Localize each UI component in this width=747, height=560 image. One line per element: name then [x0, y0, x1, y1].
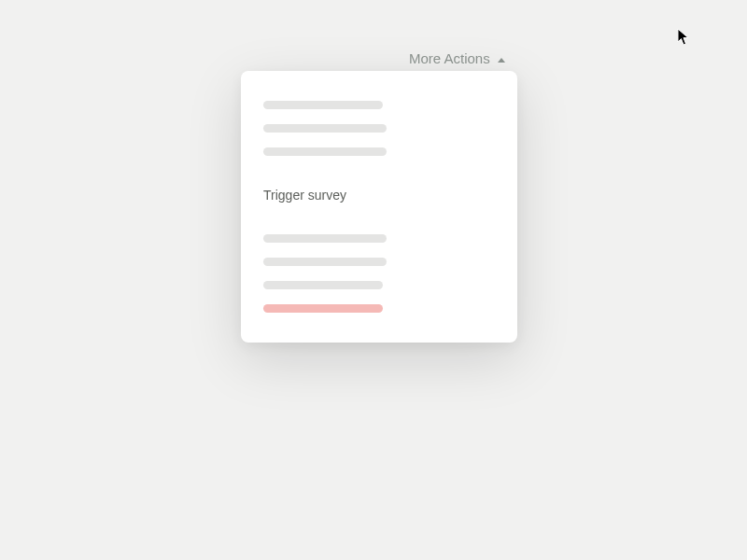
menu-item-placeholder[interactable]: [241, 140, 517, 163]
placeholder-icon: [263, 124, 387, 133]
menu-item-label: Trigger survey: [263, 188, 346, 203]
menu-item-placeholder[interactable]: [241, 227, 517, 250]
more-actions-menu: Trigger survey: [241, 71, 517, 343]
cursor-icon: [677, 28, 690, 47]
caret-up-icon: [498, 58, 505, 63]
placeholder-icon: [263, 304, 383, 313]
menu-group: [241, 221, 517, 326]
menu-group: Trigger survey: [241, 175, 517, 216]
placeholder-icon: [263, 101, 383, 109]
menu-group: [241, 88, 517, 169]
menu-item-placeholder[interactable]: [241, 273, 517, 297]
placeholder-icon: [263, 147, 387, 156]
menu-item-placeholder[interactable]: [241, 117, 517, 140]
more-actions-label: More Actions: [409, 50, 490, 66]
menu-item-placeholder[interactable]: [241, 250, 517, 273]
menu-item-placeholder-danger[interactable]: [241, 297, 517, 320]
placeholder-icon: [263, 258, 387, 266]
menu-item-trigger-survey[interactable]: Trigger survey: [241, 180, 517, 210]
placeholder-icon: [263, 281, 383, 289]
placeholder-icon: [263, 234, 387, 243]
menu-item-placeholder[interactable]: [241, 93, 517, 117]
more-actions-trigger[interactable]: More Actions: [409, 50, 505, 66]
